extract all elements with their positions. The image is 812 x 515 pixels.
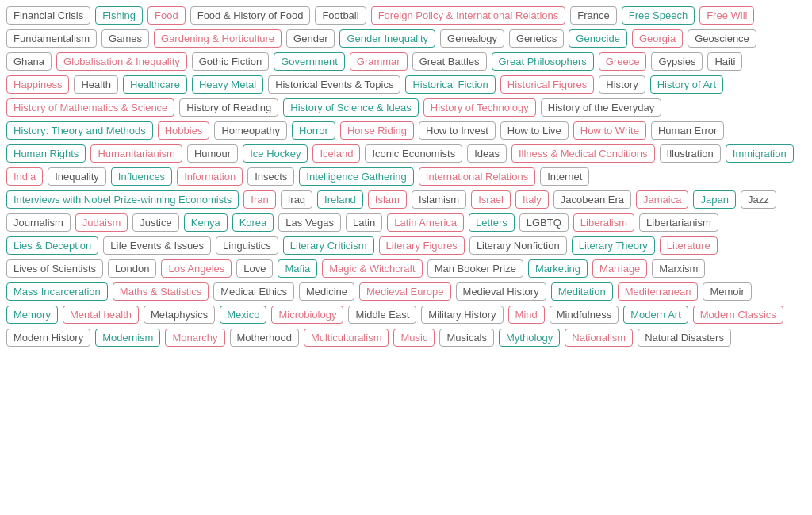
tag-item[interactable]: Human Error [651,121,724,140]
tag-item[interactable]: Jamaica [636,190,688,209]
tag-item[interactable]: Music [393,329,435,347]
tag-item[interactable]: Medieval Europe [359,282,451,301]
tag-item[interactable]: Internet [540,167,589,186]
tag-item[interactable]: Literature [660,236,718,255]
tag-item[interactable]: Liberalism [573,213,634,232]
tag-item[interactable]: Jazz [741,190,776,209]
tag-item[interactable]: Lies & Deception [6,236,98,255]
tag-item[interactable]: Mental health [63,306,139,324]
tag-item[interactable]: Great Battles [412,52,487,71]
tag-item[interactable]: Human Rights [6,144,86,163]
tag-item[interactable]: Middle East [348,306,416,324]
tag-item[interactable]: Free Will [699,6,754,25]
tag-item[interactable]: Humanitarianism [90,144,182,163]
tag-item[interactable]: Information [177,167,243,186]
tag-item[interactable]: Nationalism [565,329,633,347]
tag-item[interactable]: Insects [247,167,294,186]
tag-item[interactable]: Gender [286,29,335,48]
tag-item[interactable]: Las Vegas [278,213,341,232]
tag-item[interactable]: Mindfulness [550,306,619,324]
tag-item[interactable]: Food & History of Food [190,6,311,25]
tag-item[interactable]: Japan [693,190,735,209]
tag-item[interactable]: Historical Figures [500,75,594,94]
tag-item[interactable]: Financial Crisis [6,6,90,25]
tag-item[interactable]: Healthcare [123,75,187,94]
tag-item[interactable]: Gardening & Horticulture [154,29,282,48]
tag-item[interactable]: Health [74,75,118,94]
tag-item[interactable]: Ireland [317,190,363,209]
tag-item[interactable]: International Relations [419,167,535,186]
tag-item[interactable]: Maths & Statistics [113,282,209,301]
tag-item[interactable]: Happiness [6,75,69,94]
tag-item[interactable]: Gothic Fiction [192,52,269,71]
tag-item[interactable]: Government [274,52,345,71]
tag-item[interactable]: Meditation [551,282,613,301]
tag-item[interactable]: History of the Everyday [541,98,661,117]
tag-item[interactable]: Italy [515,190,549,209]
tag-item[interactable]: Free Speech [622,6,695,25]
tag-item[interactable]: Judaism [75,213,128,232]
tag-item[interactable]: Marketing [528,259,588,278]
tag-item[interactable]: Military History [421,306,503,324]
tag-item[interactable]: Ideas [467,144,507,163]
tag-item[interactable]: Historical Fiction [405,75,495,94]
tag-item[interactable]: LGBTQ [519,213,569,232]
tag-item[interactable]: Memory [6,306,58,324]
tag-item[interactable]: Humour [187,144,238,163]
tag-item[interactable]: Linguistics [216,236,278,255]
tag-item[interactable]: Heavy Metal [192,75,263,94]
tag-item[interactable]: Islam [368,190,407,209]
tag-item[interactable]: Modern Art [623,306,688,324]
tag-item[interactable]: Mind [508,306,545,324]
tag-item[interactable]: Football [315,6,366,25]
tag-item[interactable]: Modern History [6,329,90,347]
tag-item[interactable]: Ice Hockey [243,144,308,163]
tag-item[interactable]: Medical Ethics [213,282,294,301]
tag-item[interactable]: Musicals [439,329,494,347]
tag-item[interactable]: Motherhood [230,329,299,347]
tag-item[interactable]: Korea [232,213,274,232]
tag-item[interactable]: Marxism [652,259,705,278]
tag-item[interactable]: Gypsies [651,52,703,71]
tag-item[interactable]: Memoir [703,282,751,301]
tag-item[interactable]: Justice [132,213,178,232]
tag-item[interactable]: Letters [469,213,515,232]
tag-item[interactable]: Historical Events & Topics [268,75,400,94]
tag-item[interactable]: Marriage [592,259,647,278]
tag-item[interactable]: Metaphysics [144,306,215,324]
tag-item[interactable]: Iceland [312,144,360,163]
tag-item[interactable]: Influences [111,167,172,186]
tag-item[interactable]: Mythology [499,329,560,347]
tag-item[interactable]: Los Angeles [161,259,232,278]
tag-item[interactable]: Iran [243,190,275,209]
tag-item[interactable]: Islamism [412,190,466,209]
tag-item[interactable]: How to Write [573,121,646,140]
tag-item[interactable]: History of Mathematics & Science [6,98,174,117]
tag-item[interactable]: Magic & Witchcraft [322,259,422,278]
tag-item[interactable]: Food [147,6,186,25]
tag-item[interactable]: History of Technology [423,98,536,117]
tag-item[interactable]: Multiculturalism [304,329,389,347]
tag-item[interactable]: Homeopathy [214,121,287,140]
tag-item[interactable]: Lives of Scientists [6,259,103,278]
tag-item[interactable]: Grammar [350,52,408,71]
tag-item[interactable]: Libertarianism [639,213,718,232]
tag-item[interactable]: Fishing [95,6,143,25]
tag-item[interactable]: Literary Nonfiction [469,236,567,255]
tag-item[interactable]: London [108,259,156,278]
tag-item[interactable]: Inequality [48,167,106,186]
tag-item[interactable]: Love [236,259,273,278]
tag-item[interactable]: Gender Inequality [339,29,435,48]
tag-item[interactable]: How to Live [500,121,569,140]
tag-item[interactable]: History of Reading [179,98,278,117]
tag-item[interactable]: Greece [599,52,647,71]
tag-item[interactable]: Mass Incarceration [6,282,108,301]
tag-item[interactable]: France [570,6,616,25]
tag-item[interactable]: Illustration [660,144,721,163]
tag-item[interactable]: Foreign Policy & International Relations [371,6,566,25]
tag-item[interactable]: Mexico [220,306,266,324]
tag-item[interactable]: Literary Theory [572,236,655,255]
tag-item[interactable]: Geoscience [688,29,756,48]
tag-item[interactable]: Games [102,29,149,48]
tag-item[interactable]: Natural Disasters [638,329,731,347]
